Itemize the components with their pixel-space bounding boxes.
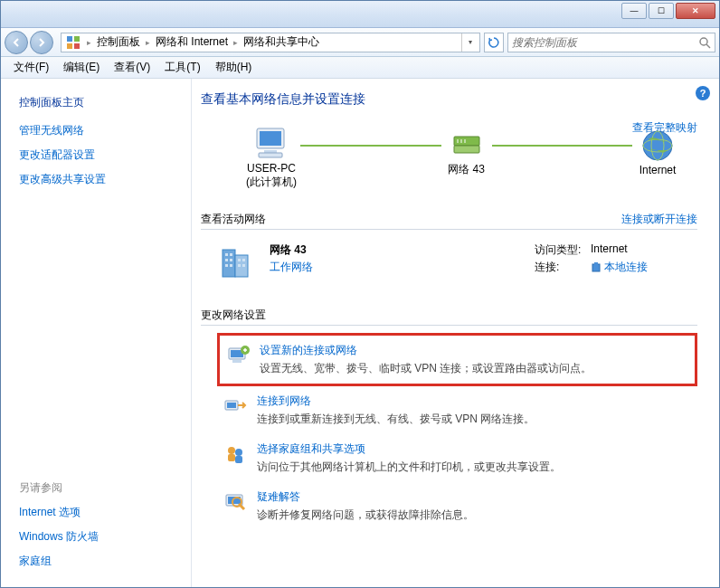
map-node-switch-label: 网络 43 (448, 162, 485, 177)
section-label: 更改网络设置 (201, 308, 266, 321)
network-map: USER-PC (此计算机) 网络 43 (201, 120, 697, 195)
map-node-pc-label: USER-PC (247, 162, 296, 175)
connection-value: 本地连接 (604, 260, 648, 275)
close-glyph: ✕ (692, 6, 699, 15)
computer-icon (251, 127, 291, 161)
arrow-left-icon (11, 37, 22, 48)
breadcrumb-item[interactable]: 网络和 Internet (154, 34, 230, 50)
svg-rect-34 (232, 360, 242, 363)
search-icon (698, 36, 711, 49)
svg-rect-20 (225, 253, 228, 256)
svg-rect-21 (230, 253, 232, 256)
menu-tools[interactable]: 工具(T) (157, 58, 207, 77)
help-icon[interactable]: ? (696, 86, 710, 100)
menu-edit[interactable]: 编辑(E) (56, 58, 107, 77)
arrow-right-icon (36, 37, 47, 48)
map-node-pc: USER-PC (此计算机) (246, 126, 297, 190)
search-input[interactable] (512, 36, 698, 49)
svg-rect-26 (238, 259, 241, 261)
sidebar-seealso-label: 另请参阅 (19, 480, 182, 496)
svg-line-5 (706, 44, 710, 48)
svg-rect-24 (225, 264, 228, 267)
ethernet-icon (591, 261, 602, 274)
svg-rect-3 (74, 43, 80, 49)
svg-rect-25 (230, 264, 232, 267)
svg-rect-9 (259, 153, 282, 157)
menu-help[interactable]: 帮助(H) (208, 58, 260, 77)
task-troubleshoot[interactable]: 疑难解答 诊断并修复网络问题，或获得故障排除信息。 (217, 482, 697, 530)
task-title[interactable]: 选择家庭组和共享选项 (257, 441, 561, 457)
svg-rect-22 (225, 259, 228, 261)
svg-rect-23 (230, 259, 232, 261)
network-switch-icon (450, 128, 483, 160)
navbar: ▸ 控制面板 ▸ 网络和 Internet ▸ 网络和共享中心 ▾ (1, 28, 719, 57)
breadcrumb-separator: ▸ (142, 38, 154, 47)
menu-view[interactable]: 查看(V) (107, 58, 157, 77)
maximize-button[interactable]: ☐ (649, 3, 674, 19)
sidebar-link-wireless[interactable]: 管理无线网络 (19, 123, 182, 138)
task-setup-connection[interactable]: 设置新的连接或网络 设置无线、宽带、拨号、临时或 VPN 连接；或设置路由器或访… (217, 333, 697, 386)
svg-rect-30 (592, 264, 600, 271)
map-node-internet-label: Internet (639, 164, 677, 176)
map-node-switch: 网络 43 (445, 126, 488, 190)
svg-rect-18 (223, 250, 235, 277)
active-network-type-link[interactable]: 工作网络 (270, 260, 535, 275)
menubar: 文件(F) 编辑(E) 查看(V) 工具(T) 帮助(H) (1, 57, 719, 79)
task-connect-network[interactable]: 连接到网络 连接到或重新连接到无线、有线、拨号或 VPN 网络连接。 (217, 386, 697, 434)
work-network-icon (217, 242, 259, 284)
map-connection-line (300, 145, 441, 147)
breadcrumb-item[interactable]: 网络和共享中心 (242, 34, 321, 50)
breadcrumb-separator: ▸ (230, 38, 242, 47)
globe-icon (640, 128, 675, 163)
task-desc: 设置无线、宽带、拨号、临时或 VPN 连接；或设置路由器或访问点。 (260, 361, 592, 376)
svg-rect-27 (242, 259, 245, 261)
menu-file[interactable]: 文件(F) (6, 58, 56, 77)
task-list: 设置新的连接或网络 设置无线、宽带、拨号、临时或 VPN 连接；或设置路由器或访… (201, 329, 697, 530)
svg-rect-28 (238, 264, 241, 267)
sidebar-link-sharing[interactable]: 更改高级共享设置 (19, 172, 182, 187)
task-title[interactable]: 疑难解答 (257, 489, 474, 505)
connect-network-icon (223, 394, 248, 419)
svg-point-15 (643, 131, 672, 160)
svg-point-38 (228, 447, 235, 454)
homegroup-icon (223, 441, 248, 467)
task-title[interactable]: 设置新的连接或网络 (260, 343, 592, 358)
content-area: 控制面板主页 管理无线网络 更改适配器设置 更改高级共享设置 另请参阅 Inte… (1, 79, 719, 587)
breadcrumb-separator: ▸ (83, 38, 95, 47)
task-title[interactable]: 连接到网络 (257, 394, 535, 409)
map-connection-line (492, 145, 633, 147)
search-box[interactable] (507, 33, 715, 52)
nav-back-button[interactable] (5, 31, 28, 54)
section-active-networks: 查看活动网络 连接或断开连接 (201, 212, 697, 230)
svg-rect-41 (235, 456, 242, 463)
sidebar-link-internet-options[interactable]: Internet 选项 (19, 505, 182, 520)
window-frame: — ☐ ✕ ▸ 控制面板 ▸ 网络和 Internet ▸ 网络和共享中心 ▾ (0, 0, 720, 588)
svg-point-39 (235, 449, 242, 456)
sidebar-home-link[interactable]: 控制面板主页 (19, 95, 182, 110)
setup-connection-icon (225, 343, 251, 368)
task-desc: 访问位于其他网络计算机上的文件和打印机，或更改共享设置。 (257, 460, 561, 475)
svg-rect-0 (67, 36, 72, 42)
connect-disconnect-link[interactable]: 连接或断开连接 (621, 212, 697, 227)
svg-rect-7 (260, 131, 281, 146)
svg-rect-40 (228, 454, 235, 461)
breadcrumb[interactable]: ▸ 控制面板 ▸ 网络和 Internet ▸ 网络和共享中心 ▾ (61, 33, 480, 52)
breadcrumb-dropdown[interactable]: ▾ (461, 33, 478, 52)
connection-link[interactable]: 本地连接 (591, 260, 648, 275)
task-homegroup[interactable]: 选择家庭组和共享选项 访问位于其他网络计算机上的文件和打印机，或更改共享设置。 (217, 434, 697, 482)
control-panel-icon (66, 35, 81, 50)
breadcrumb-item[interactable]: 控制面板 (95, 34, 142, 50)
map-node-pc-sublabel: (此计算机) (246, 175, 297, 190)
active-network-name: 网络 43 (270, 242, 535, 258)
close-button[interactable]: ✕ (676, 3, 715, 19)
refresh-button[interactable] (484, 33, 504, 52)
sidebar-link-homegroup[interactable]: 家庭组 (19, 554, 182, 569)
section-change-settings: 更改网络设置 (201, 308, 697, 326)
minimize-button[interactable]: — (621, 3, 647, 19)
nav-forward-button[interactable] (30, 31, 53, 54)
minimize-glyph: — (630, 6, 639, 15)
svg-rect-11 (454, 146, 479, 153)
sidebar-link-firewall[interactable]: Windows 防火墙 (19, 529, 182, 545)
map-node-internet: Internet (636, 128, 679, 189)
sidebar-link-adapter[interactable]: 更改适配器设置 (19, 147, 182, 163)
